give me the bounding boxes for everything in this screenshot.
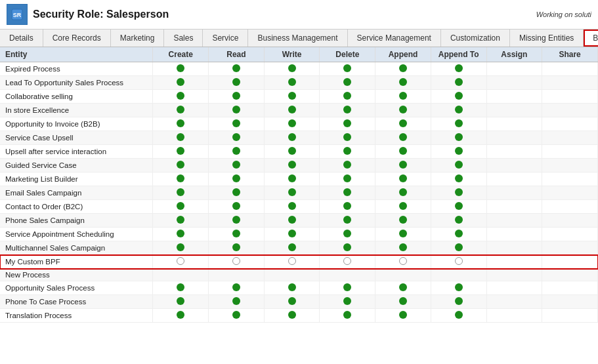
permission-cell[interactable] xyxy=(209,62,265,76)
permission-cell[interactable] xyxy=(486,228,542,241)
permission-cell[interactable] xyxy=(153,90,209,104)
permission-cell[interactable] xyxy=(486,172,542,186)
tab-service-management[interactable]: Service Management xyxy=(348,30,441,47)
permission-cell[interactable] xyxy=(431,117,486,131)
permission-cell[interactable] xyxy=(264,295,320,309)
permission-cell[interactable] xyxy=(431,241,486,255)
permission-cell[interactable] xyxy=(486,200,542,214)
permission-cell[interactable] xyxy=(153,269,209,281)
permission-cell[interactable] xyxy=(153,228,209,241)
permission-cell[interactable] xyxy=(320,76,375,90)
permission-cell[interactable] xyxy=(375,214,431,228)
permission-cell[interactable] xyxy=(486,117,542,131)
permission-cell[interactable] xyxy=(486,186,542,200)
permission-cell[interactable] xyxy=(264,281,320,295)
permission-cell[interactable] xyxy=(375,228,431,241)
permission-cell[interactable] xyxy=(153,62,209,76)
permission-cell[interactable] xyxy=(486,145,542,159)
permission-cell[interactable] xyxy=(264,62,320,76)
table-row[interactable]: My Custom BPF xyxy=(0,255,598,269)
permission-cell[interactable] xyxy=(431,295,486,309)
permission-cell[interactable] xyxy=(431,309,486,323)
permission-cell[interactable] xyxy=(375,104,431,117)
permission-cell[interactable] xyxy=(431,172,486,186)
tab-sales[interactable]: Sales xyxy=(164,30,203,47)
permission-cell[interactable] xyxy=(320,186,375,200)
permission-cell[interactable] xyxy=(375,117,431,131)
permission-cell[interactable] xyxy=(431,200,486,214)
table-row[interactable]: Contact to Order (B2C) xyxy=(0,200,598,214)
tab-service[interactable]: Service xyxy=(203,30,248,47)
permission-cell[interactable] xyxy=(542,90,598,104)
permission-cell[interactable] xyxy=(209,172,265,186)
permission-cell[interactable] xyxy=(153,117,209,131)
permission-cell[interactable] xyxy=(153,214,209,228)
permission-cell[interactable] xyxy=(209,76,265,90)
permission-cell[interactable] xyxy=(320,159,375,172)
permission-cell[interactable] xyxy=(542,214,598,228)
permission-cell[interactable] xyxy=(153,145,209,159)
permission-cell[interactable] xyxy=(320,228,375,241)
permission-cell[interactable] xyxy=(431,269,486,281)
permission-cell[interactable] xyxy=(431,76,486,90)
permission-cell[interactable] xyxy=(264,76,320,90)
permission-cell[interactable] xyxy=(486,309,542,323)
permission-cell[interactable] xyxy=(431,104,486,117)
permission-cell[interactable] xyxy=(320,241,375,255)
permission-cell[interactable] xyxy=(431,90,486,104)
permission-cell[interactable] xyxy=(375,309,431,323)
permission-cell[interactable] xyxy=(264,186,320,200)
permission-cell[interactable] xyxy=(486,131,542,145)
permission-cell[interactable] xyxy=(431,159,486,172)
permission-cell[interactable] xyxy=(264,214,320,228)
permission-cell[interactable] xyxy=(209,90,265,104)
permission-cell[interactable] xyxy=(209,228,265,241)
permission-cell[interactable] xyxy=(209,295,265,309)
table-row[interactable]: In store Excellence xyxy=(0,104,598,117)
permission-cell[interactable] xyxy=(153,131,209,145)
permission-cell[interactable] xyxy=(486,159,542,172)
table-row[interactable]: Marketing List Builder xyxy=(0,172,598,186)
permission-cell[interactable] xyxy=(542,241,598,255)
table-row[interactable]: Opportunity to Invoice (B2B) xyxy=(0,117,598,131)
permission-cell[interactable] xyxy=(542,295,598,309)
permission-cell[interactable] xyxy=(431,186,486,200)
permission-cell[interactable] xyxy=(375,295,431,309)
permission-cell[interactable] xyxy=(375,255,431,269)
table-row[interactable]: Guided Service Case xyxy=(0,159,598,172)
permission-cell[interactable] xyxy=(153,76,209,90)
table-row[interactable]: Expired Process xyxy=(0,62,598,76)
permission-cell[interactable] xyxy=(153,104,209,117)
permission-cell[interactable] xyxy=(542,104,598,117)
permission-cell[interactable] xyxy=(375,200,431,214)
permission-cell[interactable] xyxy=(320,214,375,228)
tab-missing-entities[interactable]: Missing Entities xyxy=(510,30,584,47)
permission-cell[interactable] xyxy=(375,131,431,145)
permission-cell[interactable] xyxy=(375,172,431,186)
permission-cell[interactable] xyxy=(431,131,486,145)
permission-cell[interactable] xyxy=(209,104,265,117)
table-row[interactable]: Service Case Upsell xyxy=(0,131,598,145)
permission-cell[interactable] xyxy=(153,281,209,295)
table-row[interactable]: Lead To Opportunity Sales Process xyxy=(0,76,598,90)
permission-cell[interactable] xyxy=(542,228,598,241)
permission-cell[interactable] xyxy=(153,159,209,172)
table-row[interactable]: New Process xyxy=(0,269,598,281)
permission-cell[interactable] xyxy=(209,214,265,228)
permission-cell[interactable] xyxy=(153,295,209,309)
permission-cell[interactable] xyxy=(320,172,375,186)
tab-customization[interactable]: Customization xyxy=(441,30,510,47)
permission-cell[interactable] xyxy=(320,281,375,295)
table-row[interactable]: Opportunity Sales Process xyxy=(0,281,598,295)
permission-cell[interactable] xyxy=(153,255,209,269)
table-row[interactable]: Upsell after service interaction xyxy=(0,145,598,159)
permission-cell[interactable] xyxy=(264,145,320,159)
permission-cell[interactable] xyxy=(264,131,320,145)
permission-cell[interactable] xyxy=(153,200,209,214)
permission-cell[interactable] xyxy=(209,241,265,255)
permission-cell[interactable] xyxy=(375,241,431,255)
permission-cell[interactable] xyxy=(486,214,542,228)
permission-cell[interactable] xyxy=(431,281,486,295)
tab-marketing[interactable]: Marketing xyxy=(111,30,165,47)
permission-cell[interactable] xyxy=(209,186,265,200)
